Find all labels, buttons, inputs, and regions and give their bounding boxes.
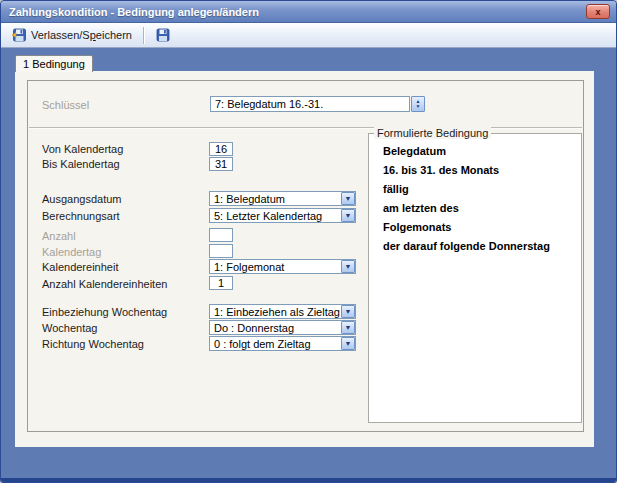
formulated-line: fällig <box>383 180 575 199</box>
richtung-wochentag-dropdown[interactable]: 0 : folgt dem Zieltag ▼ <box>209 336 356 351</box>
close-icon: x <box>595 7 600 17</box>
berechnungsart-dropdown[interactable]: 5: Letzter Kalendertag ▼ <box>209 208 356 223</box>
window-title: Zahlungskondition - Bedingung anlegen/än… <box>1 6 259 18</box>
title-bar: Zahlungskondition - Bedingung anlegen/än… <box>1 1 616 23</box>
save-floppy-icon <box>155 27 171 43</box>
dialog-window: Zahlungskondition - Bedingung anlegen/än… <box>0 0 617 483</box>
chevron-down-icon: ▼ <box>341 321 355 334</box>
formulated-line: Belegdatum <box>383 142 575 161</box>
einbeziehung-wochentag-label: Einbeziehung Wochentag <box>42 306 167 318</box>
wochentag-dropdown[interactable]: Do : Donnerstag ▼ <box>209 320 356 335</box>
formulierte-bedingung-groupbox: Formulierte Bedingung Belegdatum 16. bis… <box>368 133 582 423</box>
tab-bedingung[interactable]: 1 Bedingung <box>15 55 93 72</box>
save-exit-label: Verlassen/Speichern <box>31 29 132 41</box>
anzahl-input[interactable] <box>209 228 233 242</box>
section-separator <box>29 127 582 129</box>
anzahl-label: Anzahl <box>42 230 76 242</box>
window-bottom-edge <box>1 478 616 482</box>
toolbar: Verlassen/Speichern <box>1 23 616 48</box>
form-area: Schlüssel 7: Belegdatum 16.-31. ▲ ▼ Von … <box>27 80 584 432</box>
chevron-down-icon: ▼ <box>341 209 355 222</box>
save-exit-floppy-icon <box>11 27 27 43</box>
ausgangsdatum-label: Ausgangsdatum <box>42 193 122 205</box>
bis-kalendertag-label: Bis Kalendertag <box>42 158 120 170</box>
save-exit-button[interactable]: Verlassen/Speichern <box>5 25 138 46</box>
von-kalendertag-input[interactable]: 16 <box>209 142 233 156</box>
content-panel: Schlüssel 7: Belegdatum 16.-31. ▲ ▼ Von … <box>15 71 594 447</box>
schluessel-label: Schlüssel <box>42 99 89 111</box>
formulated-line: der darauf folgende Donnerstag <box>383 237 575 256</box>
chevron-down-icon: ▼ <box>341 260 355 273</box>
berechnungsart-label: Berechnungsart <box>42 210 120 222</box>
schluessel-value: 7: Belegdatum 16.-31. <box>215 98 323 110</box>
richtung-wochentag-label: Richtung Wochentag <box>42 338 144 350</box>
bis-kalendertag-input[interactable]: 31 <box>209 157 233 171</box>
formulated-line: am letzten des <box>383 199 575 218</box>
von-kalendertag-label: Von Kalendertag <box>42 143 123 155</box>
save-button[interactable] <box>149 25 177 46</box>
spinner-down-icon: ▼ <box>416 104 421 110</box>
chevron-down-icon: ▼ <box>341 337 355 350</box>
kalendertag-input[interactable] <box>209 244 233 258</box>
schluessel-spinner[interactable]: ▲ ▼ <box>411 96 425 112</box>
kalendertag-label: Kalendertag <box>42 246 101 258</box>
groupbox-title: Formulierte Bedingung <box>374 127 491 139</box>
chevron-down-icon: ▼ <box>341 305 355 318</box>
kalendereinheit-label: Kalendereinheit <box>42 261 118 273</box>
close-button[interactable]: x <box>586 4 610 19</box>
formulated-lines: Belegdatum 16. bis 31. des Monats fällig… <box>383 142 575 256</box>
tab-label: 1 Bedingung <box>23 58 85 70</box>
anzahl-kalendereinheiten-label: Anzahl Kalendereinheiten <box>42 278 167 290</box>
kalendereinheit-dropdown[interactable]: 1: Folgemonat ▼ <box>209 259 356 274</box>
toolbar-separator <box>143 27 144 44</box>
anzahl-kalendereinheiten-input[interactable]: 1 <box>209 276 233 290</box>
chevron-down-icon: ▼ <box>341 192 355 205</box>
formulated-line: 16. bis 31. des Monats <box>383 161 575 180</box>
formulated-line: Folgemonats <box>383 218 575 237</box>
schluessel-combo[interactable]: 7: Belegdatum 16.-31. <box>210 96 410 112</box>
ausgangsdatum-dropdown[interactable]: 1: Belegdatum ▼ <box>209 191 356 206</box>
einbeziehung-wochentag-dropdown[interactable]: 1: Einbeziehen als Zieltag ▼ <box>209 304 356 319</box>
wochentag-label: Wochentag <box>42 322 97 334</box>
